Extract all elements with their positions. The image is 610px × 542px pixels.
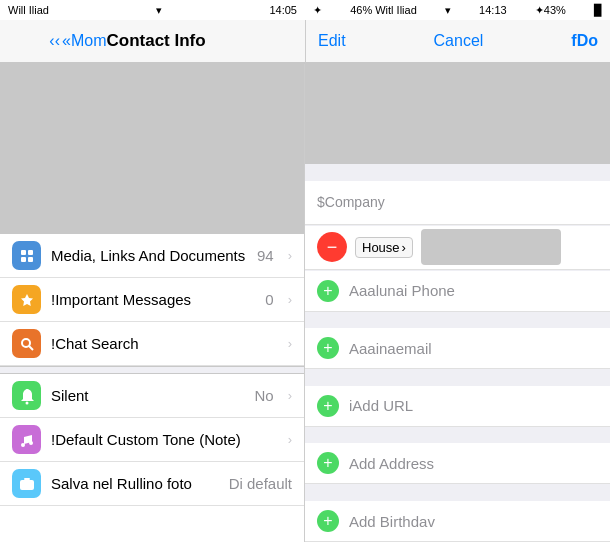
add-phone-icon: + (317, 280, 339, 302)
list-section-1: Media, Links And Documents 94 › !Importa… (0, 234, 304, 542)
company-section: $Company (305, 181, 610, 225)
left-status-bar: Will Iliad ▾ 14:05 (0, 0, 305, 20)
add-phone-row[interactable]: + Aaalunai Phone (305, 271, 610, 312)
svg-line-6 (29, 346, 33, 350)
left-nav-title: Contact Info (106, 31, 205, 51)
silent-value: No (254, 387, 273, 404)
add-email-row[interactable]: + Aaainaemail (305, 328, 610, 369)
phone-section: − House › (305, 226, 610, 270)
right-wifi-icon: ▾ (445, 4, 451, 17)
svg-point-9 (29, 441, 33, 445)
list-separator (0, 366, 304, 374)
list-item[interactable]: Silent No › (0, 374, 304, 418)
left-carrier: Will Iliad (8, 4, 49, 16)
search-chevron-icon: › (288, 336, 292, 351)
list-item[interactable]: Media, Links And Documents 94 › (0, 234, 304, 278)
add-address-icon: + (317, 452, 339, 474)
important-chevron-icon: › (288, 292, 292, 307)
search-icon (12, 329, 41, 358)
edit-button[interactable]: Edit (318, 32, 346, 50)
add-url-row[interactable]: + iAdd URL (305, 386, 610, 427)
phone-value-input[interactable] (421, 229, 561, 265)
phone-label-box[interactable]: House › (355, 237, 413, 258)
right-bluetooth: ✦ (313, 4, 322, 17)
minus-icon: − (327, 238, 338, 256)
left-time: 14:05 (269, 4, 297, 16)
left-pane: Media, Links And Documents 94 › !Importa… (0, 64, 305, 542)
remove-phone-button[interactable]: − (317, 232, 347, 262)
svg-rect-1 (28, 250, 33, 255)
add-email-label: Aaainaemail (349, 340, 432, 357)
section-gap-5 (305, 484, 610, 501)
media-chevron-icon: › (288, 248, 292, 263)
nav-bar-row: ‹‹ «Mom Contact Info Edit Cancel fDo (0, 20, 610, 64)
silent-label: Silent (51, 387, 244, 404)
silent-icon (12, 381, 41, 410)
phone-type-chevron-icon: › (402, 240, 406, 255)
tone-label: !Default Custom Tone (Note) (51, 431, 274, 448)
list-item[interactable]: !Default Custom Tone (Note) › (0, 418, 304, 462)
left-nav-bar: ‹‹ «Mom Contact Info (0, 20, 305, 63)
right-pane: $Company − House › + Aaalunai Phone (305, 64, 610, 542)
right-time: 14:13 (479, 4, 507, 16)
list-item[interactable]: !Important Messages 0 › (0, 278, 304, 322)
svg-point-7 (25, 401, 28, 404)
section-gap (305, 164, 610, 181)
add-birthday-label: Add Birthdav (349, 513, 435, 530)
nav-back-button[interactable]: ‹‹ «Mom (49, 32, 106, 50)
media-label: Media, Links And Documents (51, 247, 247, 264)
svg-point-11 (24, 482, 30, 488)
company-field[interactable]: $Company (305, 181, 610, 225)
status-bar-row: Will Iliad ▾ 14:05 ✦ 46% Witl Iliad ▾ 14… (0, 0, 610, 20)
camera-icon (12, 469, 41, 498)
save-photo-label: Salva nel Rullino foto (51, 475, 219, 492)
section-gap-4 (305, 427, 610, 444)
tone-chevron-icon: › (288, 432, 292, 447)
right-nav-bar: Edit Cancel fDo (305, 20, 610, 63)
contact-photo (305, 64, 610, 164)
phone-type-label: House (362, 240, 400, 255)
right-battery-text: 46% Witl Iliad (350, 4, 417, 16)
svg-rect-12 (24, 478, 30, 480)
back-label[interactable]: «Mom (62, 32, 106, 50)
media-value: 94 (257, 247, 274, 264)
section-gap-2 (305, 312, 610, 329)
add-email-icon: + (317, 337, 339, 359)
search-label: !Chat Search (51, 335, 274, 352)
main-content: Media, Links And Documents 94 › !Importa… (0, 64, 610, 542)
save-photo-value: Di default (229, 475, 292, 492)
right-battery-icon: ▉ (594, 4, 602, 17)
svg-point-8 (21, 443, 25, 447)
important-icon (12, 285, 41, 314)
add-address-row[interactable]: + Add Address (305, 443, 610, 484)
add-address-label: Add Address (349, 455, 434, 472)
section-gap-3 (305, 369, 610, 386)
avatar-area (0, 64, 304, 234)
svg-rect-3 (28, 257, 33, 262)
add-url-icon: + (317, 395, 339, 417)
add-birthday-row[interactable]: + Add Birthdav (305, 501, 610, 542)
done-button[interactable]: fDo (571, 32, 598, 50)
right-status-bar: ✦ 46% Witl Iliad ▾ 14:13 ✦43% ▉ (305, 0, 610, 20)
svg-rect-0 (21, 250, 26, 255)
svg-point-5 (22, 339, 30, 347)
cancel-button[interactable]: Cancel (434, 32, 484, 50)
phone-row[interactable]: − House › (305, 226, 610, 270)
important-value: 0 (265, 291, 273, 308)
left-wifi-icon: ▾ (156, 4, 162, 17)
tone-icon (12, 425, 41, 454)
silent-chevron-icon: › (288, 388, 292, 403)
add-phone-label: Aaalunai Phone (349, 282, 455, 299)
svg-rect-2 (21, 257, 26, 262)
company-label: $Company (317, 194, 397, 210)
list-item[interactable]: !Chat Search › (0, 322, 304, 366)
list-item[interactable]: Salva nel Rullino foto Di default (0, 462, 304, 506)
svg-marker-4 (21, 294, 33, 306)
right-battery2: ✦43% (535, 4, 566, 17)
media-icon (12, 241, 41, 270)
back-chevron-icon: ‹‹ (49, 32, 60, 50)
add-birthday-icon: + (317, 510, 339, 532)
important-label: !Important Messages (51, 291, 255, 308)
add-url-label: iAdd URL (349, 397, 413, 414)
